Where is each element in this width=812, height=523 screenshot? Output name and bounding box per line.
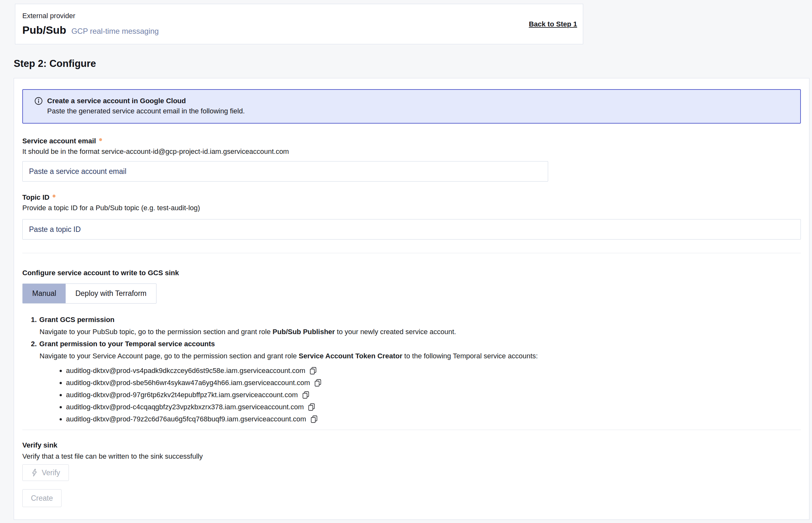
service-account-email-input[interactable] bbox=[22, 161, 548, 182]
tab-manual[interactable]: Manual bbox=[23, 284, 66, 303]
info-banner: Create a service account in Google Cloud… bbox=[22, 89, 801, 124]
create-button[interactable]: Create bbox=[22, 489, 61, 507]
list-item: auditlog-dktxv@prod-sbe56h6wr4sykaw47a6y… bbox=[66, 377, 801, 389]
role-token-creator: Service Account Token Creator bbox=[299, 352, 402, 360]
service-account-email: auditlog-dktxv@prod-sbe56h6wr4sykaw47a6y… bbox=[66, 377, 310, 389]
step-1-title: 1. Grant GCS permission bbox=[31, 315, 801, 325]
provider-label: External provider bbox=[22, 12, 159, 20]
service-account-email: auditlog-dktxv@prod-c4cqaqgbfzy23vpzkbxz… bbox=[66, 401, 304, 413]
info-icon bbox=[34, 97, 43, 105]
step-2-body: Navigate to your Service Account page, g… bbox=[39, 351, 801, 361]
provider-info: External provider Pub/Sub GCP real-time … bbox=[22, 12, 159, 36]
copy-icon[interactable] bbox=[310, 415, 318, 423]
list-item: auditlog-dktxv@prod-97gr6tp6zkv2t4epubff… bbox=[66, 389, 801, 401]
service-account-email-label: Service account email bbox=[22, 137, 96, 146]
back-to-step-1-link[interactable]: Back to Step 1 bbox=[529, 20, 577, 28]
verify-sink-description: Verify that a test file can be written t… bbox=[22, 452, 801, 461]
configure-panel: Create a service account in Google Cloud… bbox=[14, 78, 809, 520]
step-2-number: 2. bbox=[31, 339, 37, 349]
section-divider bbox=[22, 253, 801, 253]
copy-icon[interactable] bbox=[309, 367, 317, 375]
copy-icon[interactable] bbox=[314, 379, 322, 387]
list-item: auditlog-dktxv@prod-79z2c6d76au6g5fcq768… bbox=[66, 413, 801, 425]
step-1-number: 1. bbox=[31, 315, 37, 325]
configure-method-tabs: Manual Deploy with Terraform bbox=[22, 284, 157, 304]
list-item: auditlog-dktxv@prod-c4cqaqgbfzy23vpzkbxz… bbox=[66, 401, 801, 413]
list-item: auditlog-dktxv@prod-vs4padk9dkczcey6d6st… bbox=[66, 365, 801, 377]
copy-icon[interactable] bbox=[302, 391, 310, 399]
page-title: Step 2: Configure bbox=[14, 58, 96, 69]
lightning-icon bbox=[31, 469, 38, 477]
service-account-email-helper: It should be in the format service-accou… bbox=[22, 147, 801, 156]
instruction-steps: 1. Grant GCS permission Navigate to your… bbox=[22, 315, 801, 425]
service-account-email: auditlog-dktxv@prod-97gr6tp6zkv2t4epubff… bbox=[66, 389, 298, 401]
configure-section-title: Configure service account to write to GC… bbox=[22, 268, 801, 278]
section-divider bbox=[22, 430, 801, 430]
banner-description: Paste the generated service account emai… bbox=[47, 107, 793, 115]
required-indicator bbox=[53, 195, 55, 197]
role-pubsub-publisher: Pub/Sub Publisher bbox=[272, 328, 335, 336]
provider-card: External provider Pub/Sub GCP real-time … bbox=[15, 4, 583, 44]
provider-name: Pub/Sub bbox=[22, 24, 66, 36]
copy-icon[interactable] bbox=[307, 403, 316, 411]
verify-sink-title: Verify sink bbox=[22, 440, 801, 450]
required-indicator bbox=[99, 138, 102, 141]
verify-button[interactable]: Verify bbox=[22, 464, 69, 481]
banner-title: Create a service account in Google Cloud bbox=[47, 97, 186, 105]
service-account-email: auditlog-dktxv@prod-79z2c6d76au6g5fcq768… bbox=[66, 413, 306, 425]
service-account-email: auditlog-dktxv@prod-vs4padk9dkczcey6d6st… bbox=[66, 365, 305, 377]
service-account-list: auditlog-dktxv@prod-vs4padk9dkczcey6d6st… bbox=[31, 365, 801, 425]
topic-id-input[interactable] bbox=[22, 219, 801, 239]
provider-subtitle: GCP real-time messaging bbox=[71, 27, 159, 36]
step-1-body: Navigate to your PubSub topic, go to the… bbox=[39, 327, 801, 337]
step-2-title: 2. Grant permission to your Temporal ser… bbox=[31, 339, 801, 349]
topic-id-helper: Provide a topic ID for a Pub/Sub topic (… bbox=[22, 203, 801, 213]
topic-id-label: Topic ID bbox=[22, 193, 49, 202]
tab-deploy-with-terraform[interactable]: Deploy with Terraform bbox=[66, 284, 156, 303]
